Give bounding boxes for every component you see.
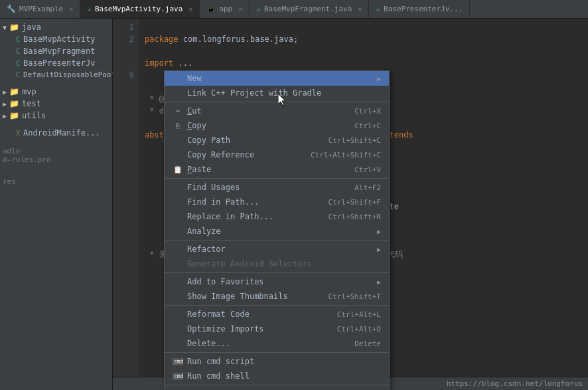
copy-shortcut: Ctrl+C	[354, 122, 381, 130]
separator-5	[165, 305, 389, 306]
code-area: 1 2 9	[113, 19, 588, 390]
sidebar-item-label-2: BaseMvpFragment	[23, 47, 95, 56]
tab-app-label: app	[219, 5, 232, 13]
sidebar-item-basemvpfragment[interactable]: C BaseMvpFragment	[0, 45, 112, 57]
menu-item-delete-label: Delete...	[187, 339, 230, 348]
cmdscript-icon: cmd	[173, 358, 183, 365]
class-icon-2: C	[16, 48, 20, 55]
menu-item-favorites[interactable]: Add to Favorites ▶	[165, 274, 389, 289]
sidebar-java-root[interactable]: ▼ 📁 java	[0, 21, 112, 33]
folder-icon-utils: 📁	[9, 111, 19, 120]
tab-bar: 🔧 MVPExample ✕ ☕ BaseMvpActivity.java ✕ …	[0, 0, 588, 19]
findusages-shortcut: Alt+F2	[354, 183, 381, 192]
xml-icon: X	[16, 130, 20, 137]
menu-item-runtests[interactable]: ▶ Run 'Tests in 'com.longforus.test'' Ct…	[165, 387, 389, 390]
copyreference-shortcut: Ctrl+Alt+Shift+C	[311, 151, 381, 159]
menu-item-favorites-label: Add to Favorites	[187, 277, 264, 286]
reformat-shortcut: Ctrl+Alt+L	[337, 310, 381, 319]
tab-app[interactable]: 📱 app ✕	[200, 0, 250, 18]
tab-mvpexample-close[interactable]: ✕	[69, 5, 73, 13]
separator-2	[165, 178, 389, 179]
tab-basemvpfragment[interactable]: ☕ BaseMvpFragment.java ✕	[250, 0, 369, 18]
sidebar-androidmanifest-label: AndroidManife...	[23, 128, 100, 138]
folder-icon-mvp: 📁	[9, 87, 19, 96]
separator-4	[165, 272, 389, 273]
sidebar-item-defaultdisposable[interactable]: C DefaultDisposablePoolImpl	[0, 69, 112, 80]
menu-item-analyze[interactable]: Analyze ▶	[165, 224, 389, 239]
copypath-shortcut: Ctrl+Shift+C	[329, 136, 381, 145]
sidebar-item-androidmanifest[interactable]: X AndroidManife...	[0, 127, 112, 139]
menu-item-new-label: New	[187, 74, 202, 83]
sidebar: ▼ 📁 java C BaseMvpActivity C BaseMvpFrag…	[0, 19, 113, 390]
sidebar-section-utils[interactable]: ▶ 📁 utils	[0, 110, 112, 122]
cmdshell-icon: cmd	[173, 373, 183, 380]
tab-basemvpfragment-close[interactable]: ✕	[358, 5, 362, 13]
arrow-right-icon-test: ▶	[3, 100, 7, 108]
menu-item-reformat-label: Reformat Code	[187, 310, 250, 319]
thumbnails-shortcut: Ctrl+Shift+T	[329, 292, 381, 301]
submenu-arrow-refactor: ▶	[377, 246, 381, 253]
tab-basemvpactivity[interactable]: ☕ BaseMvpActivity.java ✕	[80, 0, 200, 18]
menu-item-copypath-label: Copy Path	[187, 136, 230, 145]
sidebar-item-basepresenterjv[interactable]: C BasePresenterJv	[0, 57, 112, 69]
java-tab-icon-1: ☕	[87, 5, 92, 13]
sidebar-item-basemvpactivity[interactable]: C BaseMvpActivity	[0, 33, 112, 45]
sidebar-item-label-3: BasePresenterJv	[23, 58, 95, 68]
separator-6	[165, 352, 389, 353]
main-layout: ▼ 📁 java C BaseMvpActivity C BaseMvpFrag…	[0, 19, 588, 390]
menu-item-copypath[interactable]: Copy Path Ctrl+Shift+C	[165, 133, 389, 147]
menu-item-refactor[interactable]: Refactor ▶	[165, 242, 389, 256]
menu-item-linkcpp-label: Link C++ Project with Gradle	[187, 88, 321, 98]
menu-item-delete[interactable]: Delete... Delete	[165, 336, 389, 351]
sidebar-footer-3: res	[0, 177, 112, 186]
folder-icon: 📁	[9, 23, 19, 32]
menu-item-new[interactable]: New ▶	[165, 71, 389, 86]
folder-icon-test: 📁	[9, 99, 19, 108]
tab-basemvpfragment-label: BaseMvpFragment.java	[264, 5, 352, 13]
java-tab-icon-3: ☕	[376, 5, 380, 13]
separator-3	[165, 240, 389, 241]
menu-item-generateselectors-label: Generate Android Selectors	[187, 259, 312, 268]
sidebar-section-test[interactable]: ▶ 📁 test	[0, 98, 112, 110]
menu-item-cut[interactable]: ✂ Cut Ctrl+X	[165, 104, 389, 118]
tab-basepresenterjv[interactable]: ☕ BasePresenterJv...	[369, 0, 470, 18]
findinpath-shortcut: Ctrl+Shift+F	[329, 198, 381, 207]
menu-item-copyreference[interactable]: Copy Reference Ctrl+Alt+Shift+C	[165, 147, 389, 162]
menu-item-findusages[interactable]: Find Usages Alt+F2	[165, 180, 389, 195]
menu-item-cmdshell[interactable]: cmd Run cmd shell	[165, 369, 389, 383]
delete-shortcut: Delete	[354, 340, 381, 348]
menu-item-thumbnails-label: Show Image Thumbnails	[187, 292, 288, 301]
menu-item-generateselectors: Generate Android Selectors	[165, 256, 389, 271]
sidebar-item-label-1: BaseMvpActivity	[23, 35, 95, 44]
menu-item-findinpath[interactable]: Find in Path... Ctrl+Shift+F	[165, 195, 389, 209]
separator-1	[165, 102, 389, 102]
menu-item-findinpath-label: Find in Path...	[187, 197, 259, 207]
tab-mvpexample[interactable]: 🔧 MVPExample ✕	[0, 0, 80, 18]
arrow-right-icon-mvp: ▶	[3, 88, 7, 96]
java-tab-icon-2: ☕	[256, 5, 261, 13]
separator-7	[165, 385, 389, 385]
menu-item-replaceinpath[interactable]: Replace in Path... Ctrl+Shift+R	[165, 209, 389, 224]
line-numbers: 1 2 9	[113, 19, 139, 390]
menu-item-reformat[interactable]: Reformat Code Ctrl+Alt+L	[165, 307, 389, 322]
tab-app-close[interactable]: ✕	[238, 5, 242, 13]
submenu-arrow-favorites: ▶	[377, 278, 381, 286]
menu-item-cmdscript-label: Run cmd script	[187, 357, 254, 366]
submenu-arrow-new: ▶	[377, 75, 381, 82]
sidebar-section-mvp[interactable]: ▶ 📁 mvp	[0, 86, 112, 98]
copy-icon: ⎘	[173, 122, 183, 130]
optimizeimports-shortcut: Ctrl+Alt+O	[337, 325, 381, 334]
menu-item-cmdshell-label: Run cmd shell	[187, 371, 250, 381]
tab-basemvpactivity-close[interactable]: ✕	[188, 5, 192, 13]
cut-icon: ✂	[173, 107, 183, 116]
class-icon-1: C	[16, 36, 20, 43]
menu-item-optimizeimports[interactable]: Optimize Imports Ctrl+Alt+O	[165, 322, 389, 336]
menu-item-cmdscript[interactable]: cmd Run cmd script	[165, 354, 389, 369]
sidebar-footer-1: adle	[0, 147, 112, 155]
menu-item-refactor-label: Refactor	[187, 244, 226, 254]
menu-item-paste[interactable]: 📋 Paste Ctrl+V	[165, 162, 389, 177]
menu-item-copy[interactable]: ⎘ Copy Ctrl+C	[165, 118, 389, 133]
tab-basemvpactivity-label: BaseMvpActivity.java	[95, 5, 183, 13]
menu-item-linkcpp[interactable]: Link C++ Project with Gradle	[165, 86, 389, 100]
menu-item-thumbnails[interactable]: Show Image Thumbnails Ctrl+Shift+T	[165, 289, 389, 304]
